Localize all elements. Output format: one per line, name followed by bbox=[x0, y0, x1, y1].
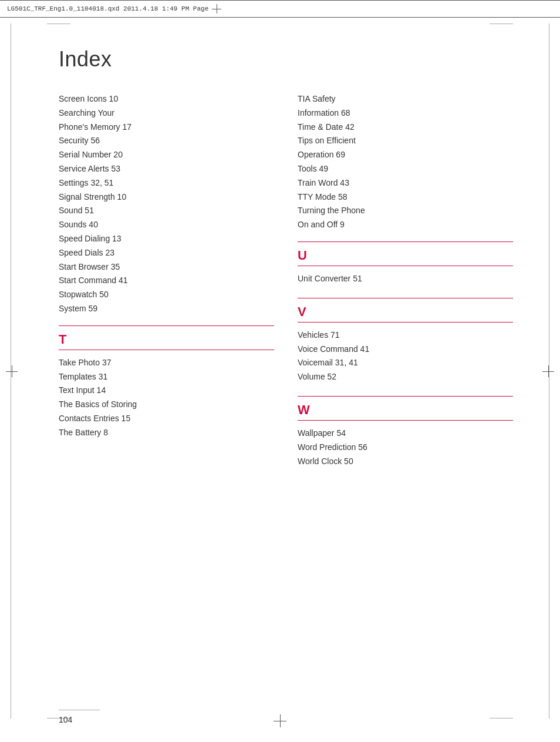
section-u-divider bbox=[298, 241, 513, 242]
list-item: The Battery 8 bbox=[59, 426, 274, 440]
columns-wrapper: Screen Icons 10 Searching Your Phone's M… bbox=[59, 92, 513, 480]
section-u-block: U Unit Converter 51 bbox=[298, 241, 513, 286]
section-t-divider-bottom bbox=[59, 350, 274, 350]
right-u-entries: Unit Converter 51 bbox=[298, 272, 513, 286]
list-item: Start Command 41 bbox=[59, 274, 274, 288]
right-v-entries: Vehicles 71 Voice Command 41 Voicemail 3… bbox=[298, 328, 513, 384]
list-item: Security 56 bbox=[59, 134, 274, 148]
section-u-letter: U bbox=[298, 248, 513, 263]
section-t-divider bbox=[59, 325, 274, 326]
left-t-entries: Take Photo 37 Templates 31 Text Input 14… bbox=[59, 356, 274, 440]
list-item: Tips on Efficient bbox=[298, 134, 513, 148]
column-right: TIA Safety Information 68 Time & Date 42… bbox=[298, 92, 513, 480]
left-s-entries: Screen Icons 10 Searching Your Phone's M… bbox=[59, 92, 274, 316]
list-item: Phone's Memory 17 bbox=[59, 120, 274, 135]
list-item: Operation 69 bbox=[298, 148, 513, 162]
list-item: Turning the Phone bbox=[298, 204, 513, 218]
list-item: Sounds 40 bbox=[59, 218, 274, 232]
section-v-block: V Vehicles 71 Voice Command 41 Voicemail… bbox=[298, 298, 513, 384]
list-item: Voice Command 41 bbox=[298, 343, 513, 357]
list-item: Templates 31 bbox=[59, 370, 274, 384]
list-item: The Basics of Storing bbox=[59, 398, 274, 412]
list-item: System 59 bbox=[59, 302, 274, 316]
section-w-divider bbox=[298, 396, 513, 397]
list-item: Take Photo 37 bbox=[59, 356, 274, 370]
list-item: Stopwatch 50 bbox=[59, 288, 274, 302]
section-v-letter: V bbox=[298, 304, 513, 320]
list-item: Text Input 14 bbox=[59, 384, 274, 398]
list-item: Settings 32, 51 bbox=[59, 176, 274, 190]
list-item: Train Word 43 bbox=[298, 176, 513, 190]
section-u-divider-bottom bbox=[298, 266, 513, 266]
list-item: Wallpaper 54 bbox=[298, 427, 513, 441]
section-v-divider-bottom bbox=[298, 322, 513, 323]
main-content: Index Screen Icons 10 Searching Your Pho… bbox=[0, 18, 560, 515]
list-item: Contacts Entries 15 bbox=[59, 412, 274, 426]
list-item: Speed Dialing 13 bbox=[59, 232, 274, 246]
list-item: TIA Safety bbox=[298, 92, 513, 106]
list-item: Serial Number 20 bbox=[59, 148, 274, 162]
bottom-center-crosshair-icon bbox=[274, 714, 286, 727]
section-w-letter: W bbox=[298, 402, 513, 418]
list-item: Information 68 bbox=[298, 106, 513, 120]
list-item: Sound 51 bbox=[59, 204, 274, 218]
page-number: 104 bbox=[59, 715, 72, 724]
header-file-info: LG501C_TRF_Eng1.0_1104018.qxd 2011.4.18 … bbox=[7, 5, 208, 12]
section-w-block: W Wallpaper 54 Word Prediction 56 World … bbox=[298, 396, 513, 468]
list-item: Service Alerts 53 bbox=[59, 162, 274, 176]
list-item: World Clock 50 bbox=[298, 455, 513, 469]
list-item: Unit Converter 51 bbox=[298, 272, 513, 286]
section-t-letter: T bbox=[59, 332, 274, 347]
list-item: Start Browser 35 bbox=[59, 260, 274, 274]
list-item: Speed Dials 23 bbox=[59, 246, 274, 260]
list-item: TTY Mode 58 bbox=[298, 190, 513, 204]
page-container: LG501C_TRF_Eng1.0_1104018.qxd 2011.4.18 … bbox=[0, 0, 560, 742]
list-item: Screen Icons 10 bbox=[59, 92, 274, 106]
page-title: Index bbox=[59, 47, 513, 72]
column-left: Screen Icons 10 Searching Your Phone's M… bbox=[59, 92, 274, 452]
list-item: Searching Your bbox=[59, 106, 274, 120]
section-v-divider bbox=[298, 298, 513, 298]
list-item: On and Off 9 bbox=[298, 218, 513, 232]
list-item: Signal Strength 10 bbox=[59, 190, 274, 204]
list-item: Vehicles 71 bbox=[298, 328, 513, 343]
header-bar: LG501C_TRF_Eng1.0_1104018.qxd 2011.4.18 … bbox=[0, 0, 560, 18]
right-w-entries: Wallpaper 54 Word Prediction 56 World Cl… bbox=[298, 427, 513, 468]
bottom-line bbox=[59, 710, 100, 710]
list-item: Volume 52 bbox=[298, 370, 513, 384]
list-item: Tools 49 bbox=[298, 162, 513, 176]
header-crosshair bbox=[211, 3, 222, 15]
list-item: Word Prediction 56 bbox=[298, 441, 513, 455]
list-item: Voicemail 31, 41 bbox=[298, 356, 513, 370]
section-t-block: T Take Photo 37 Templates 31 Text Input … bbox=[59, 325, 274, 440]
list-item: Time & Date 42 bbox=[298, 120, 513, 135]
section-w-divider-bottom bbox=[298, 420, 513, 421]
right-t-entries: TIA Safety Information 68 Time & Date 42… bbox=[298, 92, 513, 232]
